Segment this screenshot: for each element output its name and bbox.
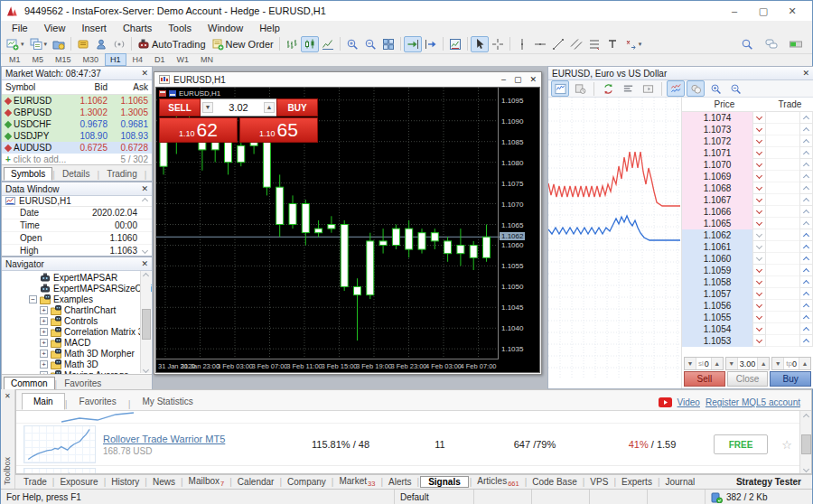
vol-down-icon[interactable]: ▼	[726, 358, 738, 369]
menu-help[interactable]: Help	[251, 23, 288, 33]
timeframe-w1[interactable]: W1	[172, 53, 195, 66]
broadcast-button[interactable]	[110, 36, 128, 52]
strategy-tester-label[interactable]: Strategy Tester	[736, 477, 808, 487]
buy-at-price-button[interactable]	[799, 182, 813, 194]
new-order-button[interactable]: New Order	[209, 36, 276, 52]
scrollbar-thumb[interactable]	[801, 434, 811, 454]
buy-at-price-button[interactable]	[799, 206, 813, 218]
timeframe-d1[interactable]: D1	[149, 53, 171, 66]
volume-down-icon[interactable]: ▼	[202, 102, 213, 113]
market-watch-row[interactable]: USDCHF0.96780.9681	[2, 118, 152, 130]
sell-at-price-button[interactable]	[752, 335, 766, 347]
profiles-button[interactable]: ▾	[27, 36, 51, 52]
take-profit-spinner[interactable]: ▼ tp0 ▲	[771, 357, 811, 370]
tp-down-icon[interactable]: ▼	[772, 358, 784, 369]
vol-up-icon[interactable]: ▲	[757, 358, 769, 369]
timeframe-m1[interactable]: M1	[4, 53, 26, 66]
menu-file[interactable]: File	[4, 23, 36, 33]
video-link[interactable]: Video	[678, 397, 700, 407]
sell-at-price-button[interactable]	[752, 194, 766, 206]
data-folder-button[interactable]	[50, 36, 68, 52]
chart-candles-button[interactable]	[301, 36, 319, 52]
buy-at-price-button[interactable]	[799, 112, 813, 124]
bottom-tab-calendar[interactable]: Calendar	[233, 477, 279, 487]
close-icon[interactable]: ✕	[141, 69, 148, 78]
bottom-tab-signals[interactable]: Signals	[420, 476, 469, 488]
zoom-in-button[interactable]	[706, 80, 724, 97]
timeframe-m30[interactable]: M30	[78, 53, 105, 66]
tree-item[interactable]: +Controls	[2, 315, 152, 326]
scroll-up-icon[interactable]	[802, 414, 808, 420]
child-minimize-button[interactable]: –	[501, 75, 506, 84]
depth-button[interactable]	[619, 80, 637, 97]
text-label-button[interactable]	[603, 36, 621, 52]
chart-line-button[interactable]	[319, 36, 337, 52]
bottom-tab-experts[interactable]: Experts	[617, 477, 657, 487]
column-header-ask[interactable]: Ask	[107, 82, 148, 92]
buy-at-price-button[interactable]	[799, 288, 813, 300]
tab-symbols[interactable]: Symbols	[4, 167, 52, 181]
ask-price-box[interactable]: 1.10 65	[239, 117, 318, 143]
bottom-tab-company[interactable]: Company	[283, 477, 331, 487]
timeframe-h1[interactable]: H1	[105, 53, 126, 66]
orders-button[interactable]	[639, 80, 657, 97]
tab-favorites[interactable]: Favorites	[57, 377, 108, 390]
tab-common[interactable]: Common	[4, 377, 55, 390]
search-button[interactable]	[738, 36, 756, 52]
sell-at-price-button[interactable]	[752, 182, 766, 194]
close-icon[interactable]: ✕	[5, 392, 11, 400]
column-header-bid[interactable]: Bid	[67, 82, 107, 92]
chat-button[interactable]	[762, 36, 780, 52]
buy-at-price-button[interactable]	[799, 253, 813, 265]
scroll-down-icon[interactable]	[802, 466, 808, 472]
stop-loss-spinner[interactable]: ▼ sl0 ▲	[684, 357, 724, 370]
vertical-line-button[interactable]	[513, 36, 531, 52]
market-watch-row[interactable]: EURUSD1.10621.1065	[2, 95, 152, 107]
buy-at-price-button[interactable]	[799, 323, 813, 335]
sell-at-price-button[interactable]	[752, 276, 766, 288]
new-chart-button[interactable]: ▾	[4, 36, 27, 52]
volume-spinner[interactable]: ▼ 3.02 ▲	[201, 98, 276, 117]
sell-at-price-button[interactable]	[752, 124, 766, 135]
sell-at-price-button[interactable]	[752, 265, 766, 276]
expand-icon[interactable]: +	[40, 371, 48, 375]
expand-icon[interactable]: +	[40, 339, 48, 347]
price-axis[interactable]: 1.10951.10901.10851.10801.10751.10701.10…	[498, 88, 539, 359]
bid-price-box[interactable]: 1.10 62	[159, 117, 238, 143]
bottom-tab-journal[interactable]: Journal	[661, 477, 700, 487]
bottom-tab-exposure[interactable]: Exposure	[55, 477, 102, 487]
sl-down-icon[interactable]: ▼	[685, 358, 696, 369]
bottom-tab-alerts[interactable]: Alerts	[384, 477, 416, 487]
bottom-tab-news[interactable]: News	[148, 477, 180, 487]
buy-at-price-button[interactable]	[799, 265, 813, 276]
buy-at-price-button[interactable]	[799, 218, 813, 229]
dom-volume-spinner[interactable]: ▼ 3.00 ▲	[725, 357, 771, 370]
sl-up-icon[interactable]: ▲	[711, 358, 723, 369]
buy-at-price-button[interactable]	[799, 300, 813, 312]
free-button[interactable]: FREE	[714, 434, 768, 454]
sell-at-price-button[interactable]	[752, 229, 766, 241]
sell-at-price-button[interactable]	[752, 288, 766, 300]
close-icon[interactable]: ✕	[802, 69, 809, 78]
close-icon[interactable]: ✕	[141, 259, 148, 268]
chart-shift-button[interactable]	[422, 36, 440, 52]
objects-button[interactable]: ▾	[621, 36, 645, 52]
buy-at-price-button[interactable]	[799, 229, 813, 241]
signal-row[interactable]: Rollover Trade Warrior MT5168.78 USD115.…	[16, 424, 811, 466]
buy-at-price-button[interactable]	[799, 124, 813, 135]
indicators-button[interactable]	[446, 36, 464, 52]
time-axis[interactable]: 31 Jan 202031 Jan 23:003 Feb 03:003 Feb …	[156, 359, 498, 372]
autotrading-robot-button[interactable]: AutoTrading	[135, 36, 209, 52]
sell-at-price-button[interactable]	[752, 112, 766, 124]
market-watch-row[interactable]: AUDUSD0.67250.6728	[2, 142, 152, 154]
favorite-star-icon[interactable]: ☆	[775, 438, 799, 452]
sell-at-price-button[interactable]	[752, 253, 766, 265]
bottom-tab-market[interactable]: Market33	[334, 476, 379, 488]
sell-button[interactable]: SELL	[159, 98, 201, 117]
market-watch-row[interactable]: GBPUSD1.30021.3005	[2, 107, 152, 118]
buy-at-price-button[interactable]	[799, 276, 813, 288]
bottom-tab-articles[interactable]: Articles661	[472, 476, 523, 488]
signal-name-link[interactable]: Rollover Trade Warrior MT5	[103, 434, 225, 444]
sell-at-price-button[interactable]	[752, 312, 766, 323]
tree-item[interactable]: +MACD	[2, 337, 152, 348]
